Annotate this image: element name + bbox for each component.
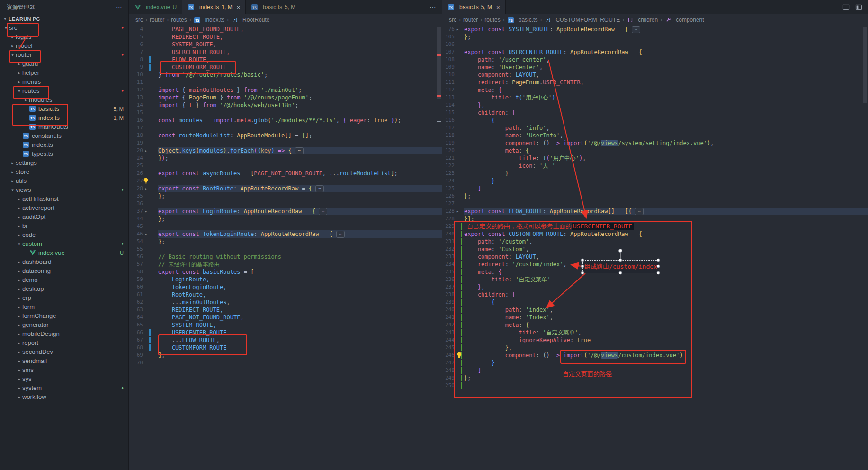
chevron-right-icon[interactable]: ▸ [16,296,22,300]
breadcrumb-src[interactable]: src [135,17,143,23]
chevron-right-icon[interactable]: ▸ [16,305,22,309]
chevron-right-icon[interactable]: ▸ [16,287,22,291]
chevron-right-icon[interactable]: ▸ [16,359,22,363]
chevron-right-icon[interactable]: ▸ [16,386,22,390]
chevron-right-icon[interactable]: ▸ [16,314,22,318]
tree-item-constant.ts[interactable]: TSconstant.ts [0,131,128,140]
more-actions-icon[interactable]: ⋯ [430,3,436,11]
tab-index.ts[interactable]: TSindex.ts1, M× [182,0,246,14]
tree-item-code[interactable]: ▸code [0,230,128,239]
code-editor-middle[interactable]: 4 PAGE_NOT_FOUND_ROUTE,5 REDIRECT_ROUTE,… [129,26,442,470]
breadcrumb-router[interactable]: router [150,17,164,23]
tree-item-index.vue[interactable]: index.vueU [0,248,128,257]
tree-item-types.ts[interactable]: TStypes.ts [0,149,128,158]
fold-chevron-icon[interactable]: ▸ [455,208,461,215]
tree-item-activereport[interactable]: ▸activereport [0,203,128,212]
breadcrumb-RootRoute[interactable]: RootRoute [231,17,269,24]
tree-item-workflow[interactable]: ▸workflow [0,392,128,401]
chevron-down-icon[interactable]: ▾ [16,89,22,93]
chevron-right-icon[interactable]: ▸ [9,44,16,48]
tree-item-basic.ts[interactable]: TSbasic.ts5, M [0,104,128,113]
tree-item-helper[interactable]: ▸helper [0,68,128,77]
tree-item-model[interactable]: ▸model [0,41,128,50]
tree-item-sms[interactable]: ▸sms [0,365,128,374]
chevron-right-icon[interactable]: ▸ [23,98,29,102]
chevron-right-icon[interactable]: ▸ [16,224,22,228]
chevron-right-icon[interactable]: ▸ [16,278,22,282]
chevron-down-icon[interactable]: ▾ [9,53,16,57]
breadcrumb-routes[interactable]: routes [484,17,500,23]
tree-item-views[interactable]: ▾views● [0,185,128,194]
chevron-right-icon[interactable]: ▸ [16,80,22,84]
chevron-right-icon[interactable]: ▸ [9,179,16,183]
tab-basic.ts[interactable]: TSbasic.ts5, M× [442,0,506,14]
fold-chevron-icon[interactable]: ▸ [143,208,149,215]
tree-item-sendmail[interactable]: ▸sendmail [0,356,128,365]
chevron-right-icon[interactable]: ▸ [9,170,16,174]
tree-item-sys[interactable]: ▸sys [0,374,128,383]
chevron-right-icon[interactable]: ▸ [16,62,22,66]
chevron-right-icon[interactable]: ▸ [16,341,22,345]
workspace-section-header[interactable]: ▾ LEARUN PC [0,14,128,23]
tree-item-bi[interactable]: ▸bi [0,221,128,230]
chevron-right-icon[interactable]: ▸ [9,161,16,165]
split-editor-icon[interactable] [842,4,850,11]
breadcrumb-basic.ts[interactable]: TSbasic.ts [507,17,538,24]
tree-item-auditOpt[interactable]: ▸auditOpt [0,212,128,221]
tree-item-generator[interactable]: ▸generator [0,320,128,329]
breadcrumb-CUSTOMFORM_ROUTE[interactable]: CUSTOMFORM_ROUTE [544,17,620,24]
chevron-right-icon[interactable]: ▸ [16,206,22,210]
tree-item-guard[interactable]: ▸guard [0,59,128,68]
chevron-down-icon[interactable]: ▾ [3,26,9,30]
breadcrumb-src[interactable]: src [449,17,456,23]
fold-chevron-icon[interactable]: ▸ [143,185,149,192]
scrollbar-thumb[interactable] [437,27,441,99]
folded-code-badge[interactable]: ⋯ [336,231,345,238]
tree-item-report[interactable]: ▸report [0,338,128,347]
chevron-right-icon[interactable]: ▸ [16,233,22,237]
tree-item-demo[interactable]: ▸demo [0,275,128,284]
chevron-right-icon[interactable]: ▸ [16,215,22,219]
tree-item-src[interactable]: ▾src● [0,23,128,32]
folded-code-badge[interactable]: ⋯ [635,208,644,215]
tree-item-modules[interactable]: ▸modules [0,95,128,104]
tree-item-erp[interactable]: ▸erp [0,293,128,302]
fold-chevron-icon[interactable]: ▸ [143,230,149,238]
tab-basic.ts[interactable]: TSbasic.ts5, M [246,0,301,14]
tree-item-dataconfig[interactable]: ▸dataconfig [0,266,128,275]
tree-item-form[interactable]: ▸form [0,302,128,311]
scrollbar-thumb[interactable] [863,27,867,103]
tree-item-actHiTaskinst[interactable]: ▸actHiTaskinst [0,194,128,203]
chevron-right-icon[interactable]: ▸ [16,350,22,354]
fold-chevron-icon[interactable]: ▸ [455,26,461,33]
close-icon[interactable]: × [237,4,241,11]
tree-item-mobileDesign[interactable]: ▸mobileDesign [0,329,128,338]
editor-layout-icon[interactable] [855,4,862,11]
chevron-right-icon[interactable]: ▸ [16,260,22,264]
tab-index.vue[interactable]: index.vueU [129,0,182,14]
tree-item-settings[interactable]: ▸settings [0,158,128,167]
tree-item-secondDev[interactable]: ▸secondDev [0,347,128,356]
chevron-down-icon[interactable]: ▾ [16,242,22,246]
chevron-down-icon[interactable]: ▾ [9,188,16,192]
chevron-right-icon[interactable]: ▸ [16,197,22,201]
breadcrumb-index.ts[interactable]: TSindex.ts [194,17,224,24]
chevron-right-icon[interactable]: ▸ [16,71,22,75]
tree-item-store[interactable]: ▸store [0,167,128,176]
chevron-right-icon[interactable]: ▸ [16,332,22,336]
folded-code-badge[interactable]: ⋯ [315,185,324,192]
folded-code-badge[interactable]: ⋯ [319,208,327,215]
folded-code-badge[interactable]: ⋯ [632,26,640,33]
fold-chevron-icon[interactable]: ▸ [143,147,149,154]
lightbulb-icon[interactable] [456,352,462,358]
folded-code-badge[interactable]: ⋯ [295,147,304,154]
tree-item-mainOut.ts[interactable]: TSmainOut.ts [0,122,128,131]
tree-item-utils[interactable]: ▸utils [0,176,128,185]
more-actions-icon[interactable]: ⋯ [116,4,122,10]
tree-item-desktop[interactable]: ▸desktop [0,284,128,293]
chevron-right-icon[interactable]: ▸ [16,368,22,372]
tree-item-index.ts[interactable]: TSindex.ts1, M [0,113,128,122]
tree-item-custom[interactable]: ▾custom● [0,239,128,248]
breadcrumb-router[interactable]: router [463,17,478,23]
close-icon[interactable]: × [496,4,500,11]
